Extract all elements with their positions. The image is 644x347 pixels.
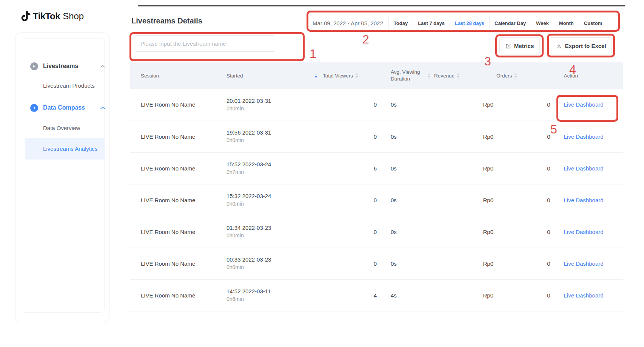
table-body: LIVE Room No Name 20:01 2022-03-31 0h0mi… [130, 89, 623, 311]
tiktok-shop-analytics-page: TikTok Shop Livestreams Livestream Produ… [0, 0, 644, 347]
live-dashboard-link[interactable]: Live Dashboard [564, 133, 604, 140]
column-header-total-viewers[interactable]: Total Viewers [323, 62, 381, 89]
metrics-button-label: Metrics [514, 43, 534, 49]
sort-icon-revenue[interactable] [457, 73, 460, 78]
started-time: 15:32 2022-03-24 [226, 192, 323, 201]
logo-text-tiktok: TikTok [33, 11, 60, 22]
table-header: Session Started Total Viewers [130, 62, 623, 89]
date-range-bar: Mar 09, 2022 - Apr 05, 2022 TodayLast 7 … [313, 16, 607, 30]
range-option-week[interactable]: Week [531, 16, 554, 30]
session-cell: LIVE Room No Name [130, 279, 215, 311]
session-cell: LIVE Room No Name [130, 184, 215, 216]
started-duration: 0h0min [226, 200, 323, 208]
started-cell: 00:33 2022-03-23 0h0min [215, 248, 323, 279]
range-option-calendar-day[interactable]: Calendar Day [490, 16, 531, 30]
revenue-cell: Rp0 [434, 248, 496, 279]
sidebar-group-label: Livestreams [43, 63, 78, 70]
total-viewers-cell: 6 [323, 152, 381, 184]
orders-cell: 0 [496, 184, 558, 216]
column-header-action: Action [558, 62, 623, 89]
sort-icon-avg-viewing-duration[interactable] [428, 73, 431, 78]
sort-icon-orders[interactable] [514, 73, 517, 78]
avg-viewing-duration-cell: 0s [381, 248, 434, 279]
column-header-revenue[interactable]: Revenue [434, 62, 496, 89]
table-row: LIVE Room No Name 14:52 2022-03-11 0h6mi… [130, 279, 623, 311]
range-option-today[interactable]: Today [388, 16, 413, 30]
range-option-last-28-days[interactable]: Last 28 days [450, 16, 490, 30]
revenue-cell: Rp0 [434, 184, 496, 216]
orders-cell: 0 [496, 216, 558, 248]
action-cell: Live Dashboard [558, 152, 623, 184]
started-time: 01:34 2022-03-23 [226, 224, 323, 232]
livestreams-table: Session Started Total Viewers [130, 62, 623, 311]
started-duration: 0h0min [226, 105, 323, 113]
sort-icon-total-viewers[interactable] [355, 73, 358, 78]
total-viewers-cell: 0 [323, 121, 381, 152]
export-button[interactable]: Export to Excel [551, 37, 612, 54]
total-viewers-cell: 0 [323, 248, 381, 279]
started-cell: 20:01 2022-03-31 0h0min [215, 89, 323, 121]
sidebar-item-livestreams[interactable]: Livestreams [30, 60, 110, 72]
action-cell: Live Dashboard [558, 184, 623, 216]
export-button-label: Export to Excel [565, 43, 606, 49]
avg-viewing-duration-cell: 4s [381, 279, 434, 311]
sidebar-item-data-compass[interactable]: Data Compass [30, 102, 110, 113]
avg-viewing-duration-cell: 0s [381, 121, 434, 152]
table-row: LIVE Room No Name 19:56 2022-03-31 0h0mi… [130, 121, 623, 152]
action-cell: Live Dashboard [558, 216, 623, 248]
orders-cell: 0 [496, 89, 558, 121]
range-option-last-7-days[interactable]: Last 7 days [413, 16, 450, 30]
sidebar-item-data-overview[interactable]: Data Overview [43, 125, 80, 131]
annotation-label-2: 2 [362, 33, 369, 46]
avg-viewing-duration-cell: 0s [381, 89, 434, 121]
live-dashboard-link[interactable]: Live Dashboard [564, 165, 604, 172]
logo-text-shop: Shop [63, 11, 84, 22]
metrics-button[interactable]: Metrics [499, 37, 540, 54]
sidebar-menu-card: Livestreams Livestream Products Data Com… [21, 38, 105, 313]
sidebar-group-label: Data Compass [43, 104, 85, 111]
live-dashboard-link[interactable]: Live Dashboard [564, 101, 604, 108]
live-dashboard-link[interactable]: Live Dashboard [564, 260, 604, 267]
avg-viewing-duration-cell: 0s [381, 152, 434, 184]
session-cell: LIVE Room No Name [130, 248, 215, 279]
compass-icon [30, 104, 38, 112]
table-row: LIVE Room No Name 20:01 2022-03-31 0h0mi… [130, 89, 623, 121]
live-dashboard-link[interactable]: Live Dashboard [564, 229, 604, 235]
livestream-search-input[interactable] [135, 35, 275, 52]
total-viewers-cell: 4 [323, 279, 381, 311]
sidebar-item-livestreams-analytics[interactable]: Livestreams Analytics [43, 146, 97, 152]
live-dashboard-link[interactable]: Live Dashboard [564, 292, 604, 299]
range-option-month[interactable]: Month [554, 16, 579, 30]
column-header-avg-viewing-duration[interactable]: Avg. Viewing Duration [381, 62, 434, 89]
action-cell: Live Dashboard [558, 279, 623, 311]
action-cell: Live Dashboard [558, 89, 623, 121]
total-viewers-cell: 0 [323, 89, 381, 121]
started-duration: 0h7min [226, 169, 323, 176]
date-range-value[interactable]: Mar 09, 2022 - Apr 05, 2022 [313, 20, 383, 26]
top-divider-line [138, 5, 625, 6]
avg-viewing-duration-cell: 0s [381, 216, 434, 248]
action-cell: Live Dashboard [558, 248, 623, 279]
session-cell: LIVE Room No Name [130, 89, 215, 121]
range-option-custom[interactable]: Custom [579, 16, 607, 30]
sort-icon-started[interactable] [314, 73, 317, 78]
started-cell: 15:32 2022-03-24 0h0min [215, 184, 323, 216]
started-time: 14:52 2022-03-11 [226, 287, 323, 296]
started-time: 15:52 2022-03-24 [226, 160, 323, 169]
table-row: LIVE Room No Name 01:34 2022-03-23 0h0mi… [130, 216, 623, 248]
column-header-started[interactable]: Started [215, 62, 323, 89]
annotation-label-1: 1 [310, 47, 316, 61]
started-time: 00:33 2022-03-23 [226, 256, 323, 264]
chevron-up-icon [100, 107, 105, 109]
started-duration: 0h0min [226, 137, 323, 144]
table-row: LIVE Room No Name 15:52 2022-03-24 0h7mi… [130, 152, 623, 184]
column-header-session: Session [130, 62, 215, 89]
revenue-cell: Rp0 [434, 152, 496, 184]
orders-cell: 0 [496, 121, 558, 152]
column-header-orders[interactable]: Orders [496, 62, 558, 89]
sidebar-item-livestream-products[interactable]: Livestream Products [43, 82, 95, 89]
total-viewers-cell: 0 [323, 184, 381, 216]
action-cell: Live Dashboard [558, 121, 623, 152]
edit-metrics-icon [505, 43, 511, 49]
live-dashboard-link[interactable]: Live Dashboard [564, 197, 604, 203]
